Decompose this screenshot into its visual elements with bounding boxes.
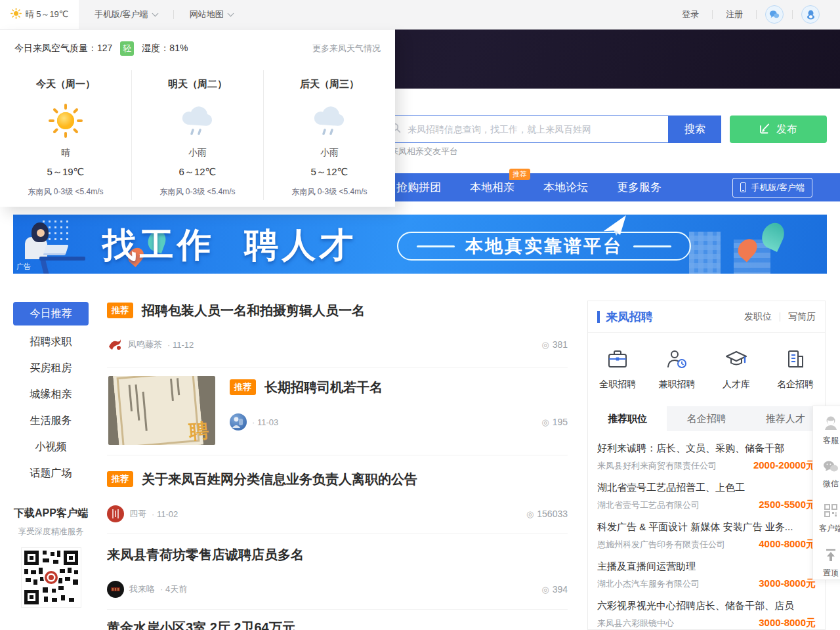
- search-box: [381, 116, 669, 143]
- category-parttime[interactable]: 兼职招聘: [647, 348, 706, 390]
- nav-item-group-buy[interactable]: 抢购拼团: [396, 180, 441, 195]
- view-count: ◎195: [541, 417, 568, 427]
- recommend-badge: 推荐: [509, 169, 530, 180]
- support-icon: [823, 415, 839, 432]
- topbar-sitemap-label: 网站地图: [190, 9, 224, 20]
- sidebar-item-dating[interactable]: 城缘相亲: [13, 381, 89, 408]
- sidebar-item-short-video[interactable]: 小视频: [13, 434, 89, 460]
- topbar-sitemap-link[interactable]: 网站地图: [174, 0, 249, 29]
- post-job-link[interactable]: 发职位: [744, 311, 772, 323]
- listing-author[interactable]: 凤鸣藤茶: [128, 339, 162, 350]
- to-top-icon: [824, 548, 838, 565]
- listing-thumbnail[interactable]: 聘: [108, 376, 215, 445]
- app-client-button[interactable]: 客户端: [818, 503, 840, 534]
- job-ad-banner[interactable]: 找工作 聘人才 本地真实靠谱平台 广告: [13, 215, 827, 274]
- listing-author[interactable]: 我来咯: [129, 583, 155, 595]
- sidebar-item-today-recommend[interactable]: 今日推荐: [13, 302, 89, 326]
- topbar-weather-toggle[interactable]: 晴 5～19℃: [0, 0, 79, 29]
- customer-service-button[interactable]: 客服: [818, 415, 840, 446]
- search-input[interactable]: [408, 124, 668, 135]
- tab-recommended-jobs[interactable]: 推荐职位: [588, 406, 667, 431]
- hot-search-link[interactable]: 来凤相亲交友平台: [390, 146, 458, 158]
- category-famous-companies[interactable]: 名企招聘: [766, 348, 825, 390]
- ad-tagline-pill: 本地真实靠谱平台: [397, 232, 691, 261]
- divider: [792, 10, 793, 19]
- company-building-icon: [784, 360, 807, 371]
- list-item[interactable]: 推荐长期招聘司机若干名: [230, 379, 568, 396]
- wechat-icon: [823, 460, 839, 476]
- register-link[interactable]: 注册: [713, 0, 756, 29]
- wechat-button[interactable]: 微信: [818, 460, 840, 490]
- job-item[interactable]: 科发广告 & 平面设计 新媒体 安装广告 业务... 恩施州科发广告印务有限责任…: [597, 511, 816, 551]
- person-clock-icon: [665, 360, 688, 371]
- nav-label: 更多服务: [617, 181, 662, 194]
- listing-title: 长期招聘司机若干名: [264, 380, 383, 394]
- listing-author[interactable]: 四哥: [129, 508, 146, 520]
- list-item[interactable]: 推荐招聘包装人员一名和拍摄剪辑人员一名: [107, 302, 568, 320]
- day-condition: 晴: [0, 147, 131, 159]
- listing-date: 4天前: [160, 583, 187, 595]
- category-label: 名企招聘: [766, 379, 825, 390]
- list-item[interactable]: 推荐关于来凤百姓网分类信息业务负责人离职的公告: [107, 471, 568, 488]
- more-weather-link[interactable]: 更多来凤天气情况: [312, 43, 381, 54]
- category-talent-pool[interactable]: 人才库: [707, 348, 766, 390]
- nav-mobile-app-button[interactable]: 手机版/客户端: [732, 178, 812, 198]
- briefcase-icon: [606, 360, 629, 371]
- listings-feed: 推荐招聘包装人员一名和拍摄剪辑人员一名 凤鸣藤茶 11-12 ◎381 聘 推荐…: [107, 297, 568, 630]
- paper-plane-icon: [600, 215, 631, 243]
- listing-meta: 11-03 ◎195: [230, 413, 568, 430]
- sidebar-item-topics[interactable]: 话题广场: [13, 460, 89, 486]
- aqi-label: 今日来凤空气质量：127: [14, 43, 112, 54]
- listing-title: 来凤县青荷坊零售店诚聘店员多名: [107, 547, 304, 562]
- nav-item-more-services[interactable]: 更多服务: [617, 180, 662, 195]
- job-title: 主播及直播间运营助理: [597, 560, 816, 573]
- category-fulltime[interactable]: 全职招聘: [588, 348, 647, 390]
- publish-button[interactable]: 发布: [730, 116, 827, 143]
- write-resume-link[interactable]: 写简历: [788, 311, 816, 323]
- job-company: 湖北小杰汽车服务有限公司: [597, 578, 700, 590]
- job-list: 好利来诚聘：店长、文员、采购、储备干部 来凤县好利来商贸有限责任公司2000-2…: [588, 431, 825, 629]
- back-to-top-button[interactable]: 置顶: [818, 548, 840, 579]
- topbar: 晴 5～19℃ 手机版/客户端 网站地图 登录 注册: [0, 0, 840, 30]
- views-value: 394: [553, 584, 568, 595]
- job-title: 好利来诚聘：店长、文员、采购、储备干部: [597, 442, 816, 455]
- job-item[interactable]: 好利来诚聘：店长、文员、采购、储备干部 来凤县好利来商贸有限责任公司2000-2…: [597, 432, 816, 472]
- list-item[interactable]: 黄金水岸小区3室 2厅 2卫64万元: [107, 619, 568, 630]
- wechat-icon[interactable]: [765, 5, 784, 24]
- qq-icon[interactable]: [801, 5, 820, 24]
- nav-item-local-forum[interactable]: 本地论坛: [543, 180, 588, 195]
- listing-title: 黄金水岸小区3室 2厅 2卫64万元: [107, 620, 295, 630]
- search-button[interactable]: 搜索: [669, 116, 721, 143]
- sidebar-item-life-services[interactable]: 生活服务: [13, 408, 89, 434]
- view-count: ◎381: [541, 339, 568, 350]
- job-item[interactable]: 湖北省壹号工艺品招普工、上色工 湖北省壹号工艺品有限公司2500-5500元: [597, 472, 816, 511]
- list-item[interactable]: 来凤县青荷坊零售店诚聘店员多名: [107, 546, 568, 564]
- toolbar-label: 微信: [823, 478, 839, 490]
- job-title: 六彩视界视光中心招聘店长、储备干部、店员: [597, 600, 816, 612]
- light-rain-icon: [264, 96, 395, 146]
- day-title: 后天（周三）: [264, 78, 395, 91]
- day-title: 明天（周二）: [132, 78, 263, 91]
- category-label: 兼职招聘: [647, 379, 706, 390]
- view-count: ◎394: [541, 584, 568, 595]
- dash-decoration: [633, 245, 671, 247]
- sidebar-item-jobs[interactable]: 招聘求职: [13, 329, 89, 355]
- job-item[interactable]: 主播及直播间运营助理 湖北小杰汽车服务有限公司3000-8000元: [597, 551, 816, 590]
- avatar: [230, 413, 247, 430]
- ad-headline: 找工作 聘人才: [102, 222, 356, 268]
- toolbar-label: 客服: [823, 435, 839, 446]
- listing-title: 关于来凤百姓网分类信息业务负责人离职的公告: [142, 472, 417, 486]
- topbar-weather-label: 晴 5～19℃: [26, 9, 69, 20]
- avatar: [107, 581, 124, 598]
- listing-date: 11-03: [252, 417, 278, 427]
- day-condition: 小雨: [132, 147, 263, 159]
- job-item[interactable]: 六彩视界视光中心招聘店长、储备干部、店员 来凤县六彩眼镜中心3000-8000元: [597, 590, 816, 629]
- tab-famous-companies[interactable]: 名企招聘: [667, 406, 746, 431]
- login-link[interactable]: 登录: [669, 0, 712, 29]
- sidebar-item-housing[interactable]: 买房租房: [13, 355, 89, 381]
- topbar-mobile-link[interactable]: 手机版/客户端: [79, 0, 173, 29]
- avatar: [107, 505, 124, 522]
- nav-mobile-label: 手机版/客户端: [751, 182, 805, 194]
- nav-item-local-dating[interactable]: 本地相亲 推荐: [470, 180, 514, 195]
- views-value: 156033: [537, 509, 568, 519]
